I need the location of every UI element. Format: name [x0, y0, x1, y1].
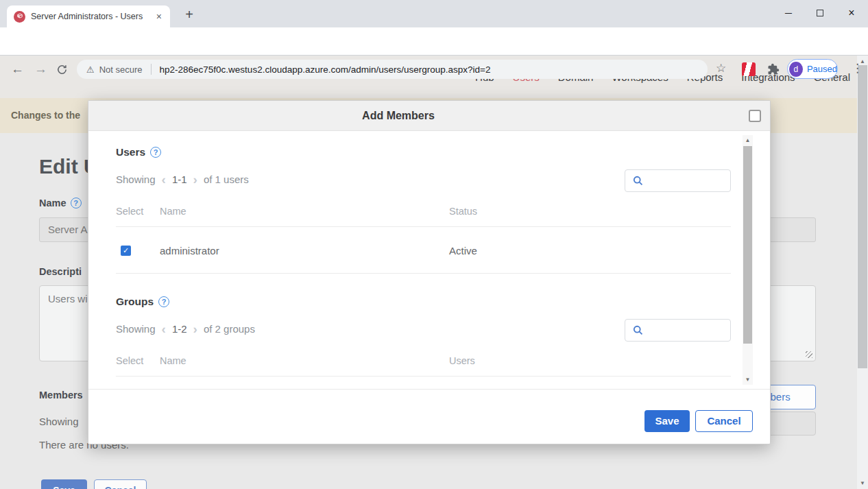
scroll-down-icon[interactable]: ▼	[857, 480, 868, 486]
tab-title: Server Administrators - Users	[31, 12, 155, 21]
tab-close-icon[interactable]: ×	[155, 11, 163, 22]
dialog-title: Add Members	[88, 101, 708, 131]
scroll-down-icon[interactable]: ▼	[743, 377, 753, 383]
user-row-status: Active	[449, 245, 477, 257]
help-icon[interactable]: ?	[158, 296, 169, 307]
search-icon	[632, 175, 644, 187]
groups-col-name: Name	[160, 355, 186, 366]
page-save-button[interactable]: Save	[41, 479, 87, 489]
scroll-up-icon[interactable]: ▲	[743, 137, 753, 143]
add-members-dialog: Add Members Users ? Showing ‹ 1-1 › of 1…	[88, 100, 771, 444]
prev-page-icon[interactable]: ‹	[162, 174, 166, 184]
profile-avatar: d	[789, 62, 803, 77]
members-label: Members	[39, 390, 83, 401]
users-search-input[interactable]	[625, 169, 731, 192]
window-maximize-button[interactable]	[804, 0, 836, 26]
dialog-header-checkbox[interactable]	[749, 110, 761, 122]
user-row-checkbox[interactable]: ✓	[121, 246, 131, 256]
site-favicon-icon	[14, 11, 25, 23]
divider	[116, 376, 731, 377]
groups-pagination: Showing ‹ 1-2 › of 2 groups	[116, 323, 255, 335]
scrollbar-thumb[interactable]	[743, 146, 752, 344]
url-text[interactable]: hp2-286ec75f0c.westus2.cloudapp.azure.co…	[160, 64, 491, 75]
dialog-scrollbar[interactable]: ▲ ▼	[743, 135, 753, 385]
forward-icon[interactable]: →	[34, 60, 47, 78]
next-page-icon[interactable]: ›	[193, 174, 197, 184]
users-col-select: Select	[116, 206, 143, 217]
profile-status: Paused	[807, 64, 837, 74]
groups-section-heading: Groups ?	[116, 296, 169, 308]
groups-search-input[interactable]	[625, 319, 731, 342]
address-bar[interactable]: ⚠ Not secure hp2-286ec75f0c.westus2.clou…	[77, 60, 708, 79]
window-close-button[interactable]: ×	[836, 0, 867, 26]
users-pagination: Showing ‹ 1-1 › of 1 users	[116, 174, 249, 185]
extensions-puzzle-icon[interactable]	[767, 63, 780, 78]
scrollbar-thumb[interactable]	[858, 65, 867, 368]
name-label: Name ?	[39, 198, 82, 208]
browser-toolbar: ← → ⚠ Not secure hp2-286ec75f0c.westus2.…	[0, 27, 868, 56]
help-icon[interactable]: ?	[71, 198, 82, 208]
help-icon[interactable]: ?	[150, 147, 161, 158]
divider	[88, 389, 770, 390]
users-col-name: Name	[160, 206, 186, 217]
page-scrollbar[interactable]: ▲ ▼	[857, 56, 868, 489]
omnibox-divider	[151, 64, 152, 75]
user-row-name: administrator	[160, 245, 219, 257]
new-tab-button[interactable]: +	[180, 5, 199, 25]
page-cancel-button[interactable]: Cancel	[94, 479, 147, 489]
divider	[116, 226, 731, 227]
browser-menu-icon[interactable]: ⋮	[852, 61, 863, 75]
divider	[116, 273, 731, 274]
next-page-icon[interactable]: ›	[193, 324, 197, 334]
adblock-extension-icon[interactable]	[742, 62, 756, 76]
search-icon	[632, 324, 644, 336]
save-button[interactable]: Save	[644, 410, 690, 432]
groups-col-users: Users	[449, 355, 475, 366]
profile-button[interactable]: d Paused	[787, 59, 838, 79]
description-label: Descripti	[39, 266, 82, 277]
tab-strip: Server Administrators - Users × + ─ ×	[0, 0, 868, 27]
security-label: Not secure	[99, 64, 143, 75]
browser-tab[interactable]: Server Administrators - Users ×	[7, 5, 170, 27]
warning-icon[interactable]: ⚠	[86, 64, 95, 75]
dialog-header: Add Members	[88, 101, 770, 131]
cancel-button[interactable]: Cancel	[695, 410, 753, 432]
members-showing-text: Showing	[39, 416, 79, 427]
reload-icon[interactable]	[56, 62, 68, 80]
window-minimize-button[interactable]: ─	[773, 0, 804, 26]
maximize-icon	[817, 10, 823, 16]
notification-text: Changes to the	[11, 110, 80, 121]
groups-col-select: Select	[116, 355, 143, 366]
back-icon[interactable]: ←	[11, 60, 24, 78]
bookmark-star-icon[interactable]: ☆	[716, 61, 726, 75]
users-section-heading: Users ?	[116, 146, 161, 158]
resize-grip-icon[interactable]	[806, 351, 812, 358]
users-col-status: Status	[449, 206, 477, 217]
browser-window: Server Administrators - Users × + ─ × ← …	[0, 0, 868, 489]
prev-page-icon[interactable]: ‹	[162, 324, 166, 334]
